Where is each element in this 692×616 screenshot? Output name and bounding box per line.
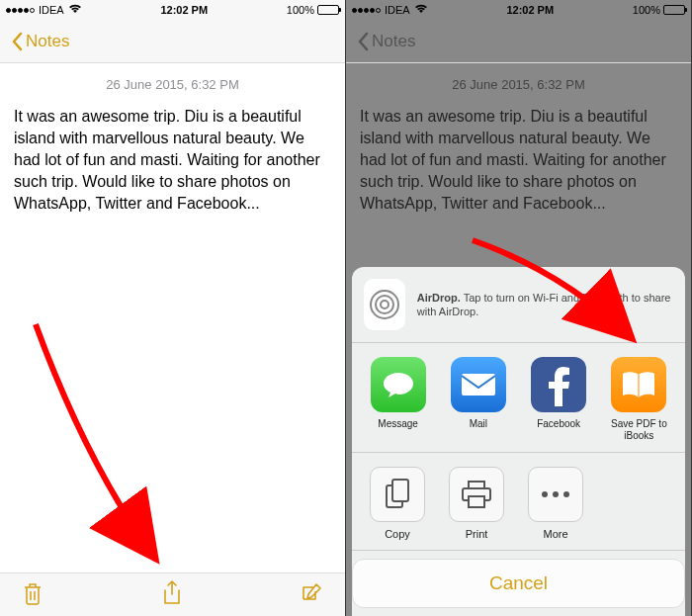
copy-icon xyxy=(370,467,425,522)
share-app-mail[interactable]: Mail xyxy=(440,357,517,442)
note-timestamp: 26 June 2015, 6:32 PM xyxy=(346,63,691,106)
battery-pct: 100% xyxy=(287,4,314,16)
svg-rect-7 xyxy=(469,482,484,488)
share-app-save-pdf-ibooks[interactable]: Save PDF to iBooks xyxy=(600,357,677,442)
svg-point-1 xyxy=(376,296,393,313)
svg-point-12 xyxy=(563,491,569,497)
back-label: Notes xyxy=(26,32,69,51)
screenshot-left: IDEA 12:02 PM 100% Notes 26 June 2015, 6… xyxy=(0,0,346,616)
nav-bar: Notes xyxy=(346,20,691,63)
share-sheet: AirDrop. Tap to turn on Wi-Fi and Blueto… xyxy=(352,267,685,616)
back-button: Notes xyxy=(356,32,415,51)
signal-dots-icon xyxy=(352,8,381,13)
back-label: Notes xyxy=(372,32,415,51)
battery-icon xyxy=(317,5,339,15)
svg-point-11 xyxy=(553,491,559,497)
ibooks-icon xyxy=(611,357,666,412)
nav-bar: Notes xyxy=(0,20,345,63)
action-copy[interactable]: Copy xyxy=(358,467,437,540)
share-app-message[interactable]: Message xyxy=(360,357,437,442)
status-bar: IDEA 12:02 PM 100% xyxy=(0,0,345,20)
svg-rect-3 xyxy=(462,374,495,396)
share-icon[interactable] xyxy=(162,580,182,610)
action-print[interactable]: Print xyxy=(437,467,516,540)
note-body: It was an awesome trip. Diu is a beautif… xyxy=(346,106,691,215)
airdrop-icon xyxy=(364,279,405,330)
cancel-button[interactable]: Cancel xyxy=(352,559,685,608)
signal-dots-icon xyxy=(6,8,35,13)
mail-icon xyxy=(451,357,506,412)
status-time: 12:02 PM xyxy=(82,4,287,16)
wifi-icon xyxy=(68,4,82,16)
more-icon xyxy=(528,467,583,522)
share-apps-row: Message Mail Facebook Save PDF to iBooks xyxy=(352,343,685,452)
svg-point-0 xyxy=(381,301,389,308)
battery-icon xyxy=(663,5,685,15)
carrier-label: IDEA xyxy=(39,4,64,16)
note-content: 26 June 2015, 6:32 PM It was an awesome … xyxy=(0,63,345,616)
screenshot-right: IDEA 12:02 PM 100% Notes 26 June 2015, 6… xyxy=(346,0,692,616)
compose-icon[interactable] xyxy=(300,581,323,609)
battery-pct: 100% xyxy=(633,4,660,16)
trash-icon[interactable] xyxy=(22,581,43,609)
back-button[interactable]: Notes xyxy=(10,32,69,51)
carrier-label: IDEA xyxy=(385,4,410,16)
note-timestamp: 26 June 2015, 6:32 PM xyxy=(0,63,345,106)
chevron-left-icon xyxy=(356,32,370,51)
airdrop-row[interactable]: AirDrop. Tap to turn on Wi-Fi and Blueto… xyxy=(352,267,685,342)
bottom-toolbar xyxy=(0,572,345,616)
print-icon xyxy=(449,467,504,522)
wifi-icon xyxy=(414,4,428,16)
svg-rect-6 xyxy=(392,480,408,501)
note-body[interactable]: It was an awesome trip. Diu is a beautif… xyxy=(0,106,345,215)
share-actions-row: Copy Print More xyxy=(352,453,685,550)
chevron-left-icon xyxy=(10,32,24,51)
airdrop-text: AirDrop. Tap to turn on Wi-Fi and Blueto… xyxy=(417,291,673,318)
svg-point-10 xyxy=(542,491,548,497)
svg-rect-9 xyxy=(469,496,484,507)
status-time: 12:02 PM xyxy=(428,4,633,16)
share-app-facebook[interactable]: Facebook xyxy=(520,357,597,442)
action-more[interactable]: More xyxy=(516,467,595,540)
status-bar: IDEA 12:02 PM 100% xyxy=(346,0,691,20)
facebook-icon xyxy=(531,357,586,412)
message-icon xyxy=(371,357,426,412)
